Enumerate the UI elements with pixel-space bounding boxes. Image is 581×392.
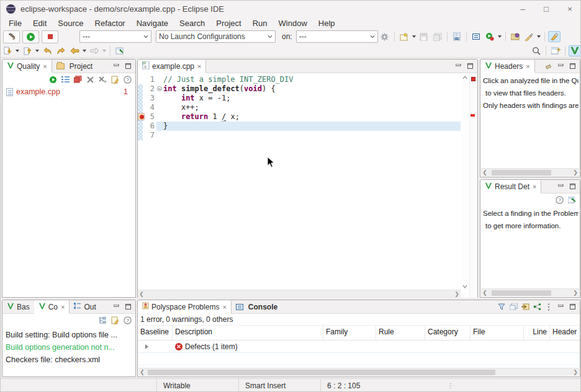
editor-horizontal-scrollbar[interactable]: ❮ ❯: [138, 290, 461, 298]
tab-result-details[interactable]: Result Det ×: [480, 180, 541, 193]
run-polyspace-button[interactable]: [22, 30, 39, 43]
polyspace-perspective-button[interactable]: [569, 45, 581, 56]
open-perspective-icon[interactable]: [549, 45, 562, 56]
scroll-left-icon[interactable]: ❮: [138, 291, 145, 297]
scroll-up-icon[interactable]: [462, 74, 467, 79]
previous-annotation-dropdown[interactable]: [35, 50, 39, 52]
minimize-view-icon[interactable]: [556, 303, 565, 311]
run-dropdown[interactable]: [498, 35, 502, 38]
tab-baseline[interactable]: Bas: [2, 300, 34, 313]
toggle-highlight-icon[interactable]: [548, 31, 561, 42]
col-rule[interactable]: Rule: [376, 326, 425, 340]
configure-icon[interactable]: [109, 315, 120, 325]
menu-refactor[interactable]: Refactor: [89, 17, 131, 29]
minimize-view-icon[interactable]: [111, 303, 121, 311]
minimize-view-icon[interactable]: [556, 182, 565, 191]
maximize-button[interactable]: □: [534, 1, 558, 17]
forward-history-icon[interactable]: [88, 45, 101, 56]
last-edit-location-icon[interactable]: [41, 45, 53, 56]
save-all-icon[interactable]: [431, 31, 444, 42]
next-annotation-icon[interactable]: [1, 45, 14, 56]
close-icon[interactable]: ×: [43, 63, 47, 70]
minimize-view-icon[interactable]: [556, 62, 565, 71]
menu-help[interactable]: Help: [313, 17, 341, 29]
clear-icon[interactable]: [544, 62, 554, 71]
remove-result-icon[interactable]: [84, 74, 96, 84]
overview-ruler[interactable]: [469, 73, 477, 298]
launch-config-combo[interactable]: No Launch Configurations: [156, 30, 276, 43]
maximize-view-icon[interactable]: [567, 62, 577, 71]
tab-outline[interactable]: Out: [70, 300, 100, 313]
col-category[interactable]: Category: [425, 326, 471, 340]
maximize-view-icon[interactable]: [123, 303, 133, 311]
col-description[interactable]: Description: [173, 326, 323, 340]
tab-polyspace-problems[interactable]: Polyspace Problems ×: [138, 300, 232, 313]
launch-target-combo[interactable]: ---: [296, 30, 378, 43]
help-icon[interactable]: ?: [122, 74, 133, 84]
col-family[interactable]: Family: [323, 326, 376, 340]
minimize-button[interactable]: –: [511, 1, 534, 17]
expand-icon[interactable]: [145, 344, 148, 349]
copy-results-icon[interactable]: [72, 74, 83, 84]
tab-quality[interactable]: Quality ×: [2, 60, 52, 73]
binary-file-icon[interactable]: 010: [451, 31, 463, 42]
analyzed-file-row[interactable]: example.cpp 1: [2, 86, 135, 98]
maximize-view-icon[interactable]: [567, 303, 577, 311]
import-results-icon[interactable]: [520, 303, 530, 311]
scroll-right-icon[interactable]: ❯: [572, 290, 579, 296]
close-icon[interactable]: ×: [526, 63, 529, 70]
next-edit-location-icon[interactable]: [55, 45, 67, 56]
col-baseline[interactable]: Baseline: [138, 326, 173, 340]
tab-project[interactable]: Project: [52, 60, 97, 73]
menu-run[interactable]: Run: [247, 17, 273, 29]
col-line[interactable]: Line: [524, 326, 550, 340]
forward-history-dropdown[interactable]: [102, 50, 106, 52]
scroll-right-icon[interactable]: ❯: [453, 291, 461, 297]
build-hammer-button[interactable]: [3, 30, 20, 43]
menu-file[interactable]: File: [3, 17, 27, 29]
console-view-icon[interactable]: [470, 31, 482, 42]
scroll-left-icon[interactable]: ❮: [481, 290, 489, 296]
show-findings-list-icon[interactable]: [60, 74, 71, 84]
expand-tree-icon[interactable]: [97, 315, 108, 325]
view-menu-icon[interactable]: [544, 303, 554, 311]
maximize-view-icon[interactable]: [567, 182, 577, 191]
open-type-icon[interactable]: [509, 31, 521, 42]
stop-button[interactable]: [42, 30, 58, 43]
close-icon[interactable]: ×: [61, 303, 65, 311]
search-icon[interactable]: [530, 45, 543, 56]
scroll-right-icon[interactable]: ❯: [572, 169, 579, 176]
run-analysis-icon[interactable]: [47, 74, 58, 84]
col-file[interactable]: File: [471, 326, 524, 340]
code-editor-area[interactable]: 1 // Just a simple INT_ZERO_DIV 2 int si…: [138, 73, 477, 298]
pin-editor-icon[interactable]: [114, 45, 126, 56]
mark-occurrences-dropdown[interactable]: [537, 35, 541, 38]
mark-occurrences-icon[interactable]: [523, 31, 535, 42]
close-icon[interactable]: ×: [533, 183, 536, 190]
menu-project[interactable]: Project: [210, 17, 246, 29]
menu-window[interactable]: Window: [273, 17, 313, 29]
tab-headers[interactable]: Headers ×: [480, 60, 535, 73]
duplicate-view-icon[interactable]: [508, 303, 518, 311]
build-config-combo[interactable]: ---: [79, 30, 151, 43]
col-header[interactable]: Header: [550, 326, 580, 340]
problems-horizontal-scrollbar[interactable]: ❮ ❯: [138, 368, 579, 376]
filter-icon[interactable]: [497, 303, 507, 311]
previous-annotation-icon[interactable]: [21, 45, 34, 56]
scroll-down-icon[interactable]: [462, 283, 467, 288]
close-button[interactable]: ×: [558, 1, 581, 17]
maximize-view-icon[interactable]: [123, 62, 133, 71]
launch-settings-gear-icon[interactable]: [379, 31, 391, 42]
run-external-icon[interactable]: [484, 31, 496, 42]
share-results-icon[interactable]: [532, 303, 542, 311]
new-wizard-icon[interactable]: [398, 31, 410, 42]
close-icon[interactable]: ×: [222, 303, 226, 311]
minimize-view-icon[interactable]: [453, 62, 463, 71]
headers-horizontal-scrollbar[interactable]: ❮ ❯: [481, 168, 579, 176]
scroll-left-icon[interactable]: ❮: [481, 169, 489, 176]
help-icon[interactable]: ?: [554, 195, 565, 205]
fold-collapse-icon[interactable]: [157, 86, 162, 91]
overview-error-tick[interactable]: [471, 114, 475, 117]
scroll-left-icon[interactable]: ❮: [138, 369, 146, 375]
open-review-icon[interactable]: [566, 195, 577, 205]
